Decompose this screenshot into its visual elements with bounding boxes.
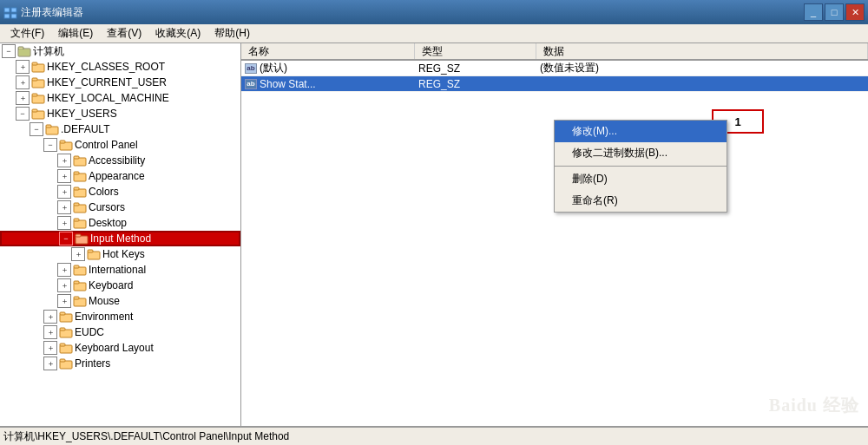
expand-keyboard[interactable]: ＋ (57, 278, 71, 292)
reg-type-default: REG_SZ (415, 62, 536, 75)
desktop-label: Desktop (89, 217, 127, 229)
context-menu-modify[interactable]: 修改(M)... (555, 121, 727, 142)
title-bar-buttons: _ □ ✕ (804, 3, 865, 21)
tree-panel[interactable]: − 计算机 ＋ HKEY_CLASSES_ROOT ＋ HKEY_ (0, 43, 241, 426)
menu-view[interactable]: 查看(V) (100, 24, 148, 43)
hklm-label: HKEY_LOCAL_MACHINE (47, 92, 169, 104)
minimize-button[interactable]: _ (804, 3, 823, 21)
printers-label: Printers (75, 357, 110, 370)
tree-node-environment[interactable]: ＋ Environment (0, 309, 240, 324)
expand-desktop[interactable]: ＋ (57, 216, 71, 230)
expand-computer[interactable]: − (2, 44, 16, 58)
expand-inputmethod[interactable]: − (59, 232, 73, 245)
tree-node-hklm[interactable]: ＋ HKEY_LOCAL_MACHINE (0, 90, 240, 106)
title-bar-icon (3, 5, 17, 19)
mouse-label: Mouse (89, 295, 120, 307)
expand-hklm[interactable]: ＋ (16, 91, 30, 105)
folder-default-icon (45, 123, 59, 135)
svg-rect-26 (74, 203, 79, 206)
hkcr-label: HKEY_CLASSES_ROOT (47, 61, 165, 73)
expand-keyboardlayout[interactable]: ＋ (43, 341, 57, 355)
tree-node-computer[interactable]: − 计算机 (0, 43, 240, 59)
close-button[interactable]: ✕ (845, 3, 865, 21)
tree-node-hku[interactable]: − HKEY_USERS (0, 106, 240, 121)
expand-default[interactable]: − (30, 122, 43, 136)
tree-node-keyboard[interactable]: ＋ Keyboard (0, 278, 240, 293)
tree-node-international[interactable]: ＋ International (0, 262, 240, 278)
folder-hotkeys-icon (87, 248, 101, 260)
status-text: 计算机\HKEY_USERS\.DEFAULT\Control Panel\In… (3, 429, 289, 444)
tree-node-hkcr[interactable]: ＋ HKEY_CLASSES_ROOT (0, 59, 240, 75)
tree-node-keyboardlayout[interactable]: ＋ Keyboard Layout (0, 340, 240, 356)
svg-rect-34 (74, 265, 79, 268)
context-menu-modify-binary[interactable]: 修改二进制数据(B)... (555, 142, 727, 164)
tree-node-mouse[interactable]: ＋ Mouse (0, 293, 240, 309)
folder-appearance-icon (73, 170, 87, 182)
expand-hkcu[interactable]: ＋ (16, 75, 30, 89)
inputmethod-label: Input Method (90, 232, 151, 245)
keyboardlayout-label: Keyboard Layout (75, 342, 154, 354)
folder-hkcu-icon (31, 76, 45, 88)
context-menu-separator (555, 166, 727, 167)
expand-international[interactable]: ＋ (57, 263, 71, 277)
computer-icon (17, 45, 31, 57)
context-menu[interactable]: 修改(M)... 修改二进制数据(B)... 删除(D) 重命名(R) (554, 120, 727, 213)
svg-rect-6 (19, 49, 30, 56)
svg-rect-18 (60, 141, 65, 143)
hotkeys-label: Hot Keys (102, 248, 145, 260)
menu-edit[interactable]: 编辑(E) (51, 24, 100, 43)
international-label: International (89, 264, 146, 276)
folder-keyboard-icon (73, 279, 87, 291)
svg-rect-12 (32, 94, 37, 96)
menu-help[interactable]: 帮助(H) (207, 24, 257, 43)
context-menu-delete[interactable]: 删除(D) (555, 168, 727, 190)
expand-appearance[interactable]: ＋ (57, 169, 71, 183)
folder-desktop-icon (73, 217, 87, 229)
svg-rect-36 (74, 281, 79, 284)
tree-node-hotkeys[interactable]: ＋ Hot Keys (0, 246, 240, 262)
tree-node-colors[interactable]: ＋ Colors (0, 184, 240, 200)
expand-mouse[interactable]: ＋ (57, 294, 71, 308)
svg-rect-5 (18, 47, 23, 49)
expand-eudc[interactable]: ＋ (43, 325, 57, 339)
main-content: − 计算机 ＋ HKEY_CLASSES_ROOT ＋ HKEY_ (0, 43, 868, 426)
tree-node-desktop[interactable]: ＋ Desktop (0, 215, 240, 231)
keyboard-label: Keyboard (89, 279, 133, 291)
tree-node-eudc[interactable]: ＋ EUDC (0, 324, 240, 340)
expand-environment[interactable]: ＋ (43, 310, 57, 324)
tree-node-hkcu[interactable]: ＋ HKEY_CURRENT_USER (0, 75, 240, 90)
expand-controlpanel[interactable]: − (43, 138, 57, 152)
context-menu-rename[interactable]: 重命名(R) (555, 190, 727, 212)
svg-rect-28 (74, 219, 79, 221)
status-bar: 计算机\HKEY_USERS\.DEFAULT\Control Panel\In… (0, 426, 868, 445)
tree-node-controlpanel[interactable]: − Control Panel (0, 137, 240, 153)
folder-controlpanel-icon (59, 139, 73, 151)
expand-hotkeys[interactable]: ＋ (71, 247, 85, 261)
expand-hku[interactable]: − (16, 107, 30, 121)
accessibility-label: Accessibility (89, 154, 145, 167)
svg-rect-3 (11, 14, 16, 18)
folder-inputmethod-icon (75, 232, 89, 245)
tree-node-cursors[interactable]: ＋ Cursors (0, 200, 240, 215)
menu-file[interactable]: 文件(F) (3, 24, 51, 43)
svg-rect-2 (4, 14, 10, 18)
reg-name-showstat: ab Show Stat... (241, 78, 415, 90)
expand-accessibility[interactable]: ＋ (57, 154, 71, 167)
default-label: .DEFAULT (61, 123, 109, 135)
tree-node-appearance[interactable]: ＋ Appearance (0, 168, 240, 184)
tree-node-default[interactable]: − .DEFAULT (0, 121, 240, 137)
menu-favorites[interactable]: 收藏夹(A) (148, 24, 207, 43)
tree-node-printers[interactable]: ＋ Printers (0, 356, 240, 371)
folder-international-icon (73, 264, 87, 276)
folder-hklm-icon (31, 92, 45, 104)
expand-cursors[interactable]: ＋ (57, 200, 71, 214)
svg-rect-22 (74, 172, 79, 174)
maximize-button[interactable]: □ (825, 3, 844, 21)
expand-colors[interactable]: ＋ (57, 185, 71, 199)
registry-row-showstat[interactable]: ab Show Stat... REG_SZ (241, 76, 868, 92)
tree-node-inputmethod[interactable]: − Input Method (0, 231, 240, 246)
registry-row-default[interactable]: ab (默认) REG_SZ (数值未设置) (241, 61, 868, 76)
tree-node-accessibility[interactable]: ＋ Accessibility (0, 153, 240, 168)
expand-printers[interactable]: ＋ (43, 357, 57, 370)
expand-hkcr[interactable]: ＋ (16, 60, 30, 74)
